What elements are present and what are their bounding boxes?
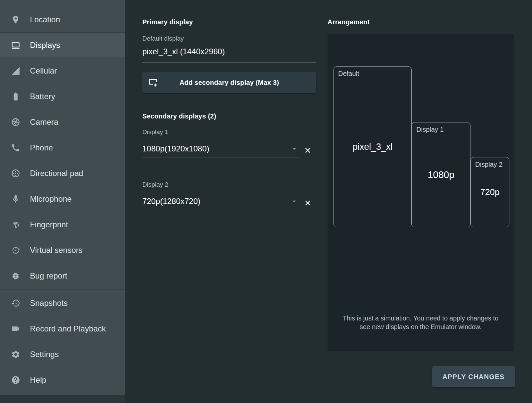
battery-icon [11, 92, 20, 101]
sidebar-item-bug-report[interactable]: Bug report [0, 263, 125, 289]
chevron-down-icon [290, 197, 299, 206]
virtual-sensors-icon [11, 246, 20, 255]
display1-selected-value: 1080p(1920x1080) [142, 144, 209, 153]
sidebar-item-label: Bug report [30, 271, 67, 281]
snapshots-icon [11, 299, 20, 308]
displays-icon [11, 41, 20, 50]
arrangement-display2-label: Display 2 [475, 161, 502, 168]
sidebar-item-cellular[interactable]: Cellular [0, 58, 125, 84]
sidebar-item-label: Help [30, 375, 46, 385]
sidebar: Location Displays Cellular Battery Camer [0, 0, 125, 403]
camera-icon [11, 117, 20, 127]
sidebar-item-label: Fingerprint [30, 220, 68, 229]
sidebar-item-label: Microphone [30, 194, 71, 204]
chevron-down-icon [290, 144, 299, 153]
sidebar-item-help[interactable]: Help [0, 367, 125, 393]
sidebar-item-label: Camera [30, 117, 58, 127]
sidebar-item-label: Battery [30, 92, 55, 101]
arrangement-default-label: Default [338, 70, 359, 78]
sidebar-item-label: Snapshots [30, 299, 67, 308]
add-display-icon [148, 78, 158, 88]
arrangement-display1-name: 1080p [428, 169, 455, 180]
default-display-underline [142, 62, 316, 63]
sidebar-item-settings[interactable]: Settings [0, 341, 125, 367]
sidebar-item-label: Cellular [30, 66, 57, 76]
display2-row: 720p(1280x720) ✕ [142, 197, 316, 210]
arrangement-display1-label: Display 1 [416, 126, 444, 133]
primary-display-title: Primary display [142, 18, 316, 26]
cellular-icon [11, 66, 20, 76]
apply-changes-button[interactable]: APPLY CHANGES [432, 366, 515, 387]
arrangement-column: Arrangement Default pixel_3_xl Display 1… [328, 0, 514, 351]
sidebar-item-displays[interactable]: Displays [0, 32, 125, 58]
sidebar-item-location[interactable]: Location [0, 7, 125, 32]
help-icon [11, 375, 20, 385]
bug-icon [11, 271, 20, 281]
fingerprint-icon [11, 220, 20, 229]
dpad-icon [11, 169, 20, 178]
sidebar-item-label: Phone [30, 143, 53, 152]
default-display-value: pixel_3_xl (1440x2960) [142, 47, 316, 56]
display1-label: Display 1 [142, 128, 316, 136]
sidebar-item-label: Displays [30, 41, 60, 50]
display2-label: Display 2 [142, 181, 316, 188]
sidebar-item-snapshots[interactable]: Snapshots [0, 290, 125, 316]
sidebar-item-record-playback[interactable]: Record and Playback [0, 316, 125, 341]
sidebar-item-phone[interactable]: Phone [0, 135, 125, 160]
sidebar-item-label: Location [30, 15, 60, 24]
display2-select[interactable]: 720p(1280x720) [142, 197, 299, 210]
default-display-label: Default display [142, 35, 316, 42]
location-icon [11, 15, 20, 24]
sidebar-item-virtual-sensors[interactable]: Virtual sensors [0, 237, 125, 263]
arrangement-display2[interactable]: Display 2 720p [470, 157, 509, 227]
add-secondary-display-label: Add secondary display (Max 3) [180, 79, 279, 87]
sidebar-item-camera[interactable]: Camera [0, 109, 125, 135]
display-settings-column: Primary display Default display pixel_3_… [142, 0, 316, 210]
settings-icon [11, 350, 20, 359]
phone-icon [11, 143, 20, 152]
sidebar-divider [0, 289, 125, 290]
simulation-note: This is just a simulation. You need to a… [342, 314, 499, 331]
microphone-icon [11, 194, 20, 204]
arrangement-display1[interactable]: Display 1 1080p [412, 122, 470, 227]
sidebar-item-directional-pad[interactable]: Directional pad [0, 160, 125, 186]
sidebar-footer [0, 395, 125, 403]
sidebar-item-label: Virtual sensors [30, 246, 82, 255]
arrangement-title: Arrangement [328, 18, 514, 26]
display1-row: 1080p(1920x1080) ✕ [142, 144, 316, 157]
arrangement-display2-name: 720p [480, 187, 500, 197]
remove-display1-button[interactable]: ✕ [304, 146, 311, 157]
sidebar-item-fingerprint[interactable]: Fingerprint [0, 212, 125, 237]
sidebar-item-microphone[interactable]: Microphone [0, 186, 125, 212]
extended-controls-window: Location Displays Cellular Battery Camer [0, 0, 532, 403]
add-secondary-display-button[interactable]: Add secondary display (Max 3) [142, 72, 316, 93]
display1-select[interactable]: 1080p(1920x1080) [142, 144, 299, 157]
arrangement-panel: Default pixel_3_xl Display 1 1080p Displ… [328, 34, 514, 351]
arrangement-default-display[interactable]: Default pixel_3_xl [333, 66, 412, 227]
remove-display2-button[interactable]: ✕ [304, 199, 311, 210]
sidebar-item-label: Directional pad [30, 169, 83, 178]
display2-selected-value: 720p(1280x720) [142, 197, 200, 206]
secondary-displays-title: Secondary displays (2) [142, 112, 316, 120]
displays-pane: Primary display Default display pixel_3_… [125, 0, 532, 403]
arrangement-default-name: pixel_3_xl [352, 142, 392, 152]
sidebar-item-label: Record and Playback [30, 324, 106, 333]
sidebar-item-label: Settings [30, 350, 59, 359]
sidebar-item-battery[interactable]: Battery [0, 84, 125, 109]
record-icon [11, 324, 20, 333]
